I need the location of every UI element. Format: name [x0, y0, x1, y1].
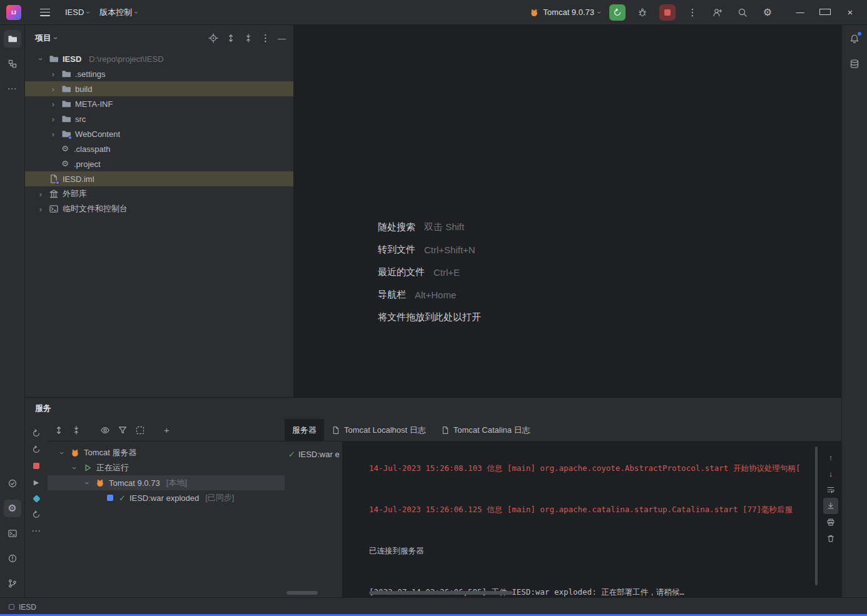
tree-item-build[interactable]: › build	[25, 81, 293, 96]
tree-item-scratches[interactable]: › 临时文件和控制台	[25, 201, 293, 216]
debug-deploy-button[interactable]	[28, 490, 44, 507]
deployment-item[interactable]: ✓ IESD:war e	[285, 447, 342, 462]
tool-terminal-button[interactable]	[4, 525, 21, 542]
code-with-me-button[interactable]	[709, 4, 726, 21]
project-tree: › IESD D:\repo\project\IESD › .settings …	[25, 51, 293, 216]
collapse-all-icon[interactable]	[243, 33, 253, 43]
scroll-up-button[interactable]: ↑	[823, 449, 838, 465]
service-item-running[interactable]: › 正在运行	[48, 460, 285, 475]
chevron-expanded-icon[interactable]: ›	[70, 463, 79, 472]
chevron-collapsed-icon[interactable]: ›	[49, 84, 58, 94]
services-tree: › Tomcat 服务器 › 正在运行 › Tomcat 9.0.73 [本地]	[48, 442, 285, 597]
tool-commit-button[interactable]	[4, 475, 21, 492]
services-panel-title[interactable]: 服务	[25, 398, 841, 419]
plus-icon[interactable]: +	[164, 425, 170, 435]
service-item-tomcat-9073[interactable]: › Tomcat 9.0.73 [本地]	[48, 475, 285, 490]
tool-project-button[interactable]	[4, 30, 21, 48]
tool-problems-button[interactable]	[4, 550, 21, 567]
console-output[interactable]: 14-Jul-2023 15:26:08.103 信息 [main] org.a…	[343, 442, 841, 597]
chevron-collapsed-icon[interactable]: ›	[49, 129, 58, 139]
service-item-tomcat-server[interactable]: › Tomcat 服务器	[48, 445, 285, 460]
deployments-pane: ✓ IESD:war e	[285, 442, 343, 597]
expand-all-icon[interactable]	[226, 33, 236, 43]
folder-icon	[61, 69, 71, 79]
hide-panel-icon[interactable]: —	[278, 34, 286, 43]
filter-icon[interactable]	[118, 425, 128, 435]
more-actions-button[interactable]: ⋮	[684, 4, 701, 21]
chevron-collapsed-icon[interactable]: ›	[36, 204, 45, 214]
tree-item-iesd-iml[interactable]: IESD.iml	[25, 171, 293, 186]
rerun-server-button[interactable]	[28, 442, 44, 458]
services-toolbar: +	[48, 419, 285, 442]
expand-all-icon[interactable]	[54, 425, 64, 435]
database-icon	[849, 59, 859, 69]
project-panel-title[interactable]: 项目 ›	[35, 33, 57, 44]
chevron-collapsed-icon[interactable]: ›	[49, 114, 58, 124]
module-widget-icon	[9, 604, 14, 610]
collapse-all-icon[interactable]	[71, 425, 81, 435]
tree-item-webcontent[interactable]: › WebContent	[25, 126, 293, 141]
tool-services-button[interactable]: ⚙	[4, 500, 21, 517]
close-button[interactable]: ×	[844, 7, 856, 18]
chevron-expanded-icon[interactable]: ›	[36, 54, 46, 63]
tool-git-button[interactable]	[4, 575, 21, 592]
clear-console-button[interactable]	[823, 530, 838, 547]
tool-database-button[interactable]	[846, 55, 863, 73]
project-selector[interactable]: IESD ›	[60, 4, 94, 20]
run-config-selector[interactable]: Tomcat 9.0.73 ›	[529, 8, 601, 18]
tree-item-settings[interactable]: › .settings	[25, 66, 293, 81]
console-lines: 14-Jul-2023 15:26:08.103 信息 [main] org.a…	[369, 442, 841, 597]
chevron-collapsed-icon[interactable]: ›	[36, 189, 45, 199]
stop-server-button[interactable]	[28, 458, 44, 474]
scroll-to-end-button[interactable]	[823, 498, 838, 514]
search-everywhere-button[interactable]	[734, 4, 751, 21]
settings-button[interactable]: ⚙	[759, 4, 776, 21]
tree-item-meta-inf[interactable]: › META-INF	[25, 96, 293, 111]
service-item-war-exploded[interactable]: ✓ IESD:war exploded [已同步]	[48, 490, 285, 505]
tab-tomcat-catalina-log[interactable]: Tomcat Catalina 日志	[434, 419, 538, 441]
debug-button[interactable]	[634, 4, 651, 21]
chevron-collapsed-icon[interactable]: ›	[49, 69, 58, 79]
stop-button[interactable]	[659, 4, 676, 21]
console-line: 14-Jul-2023 15:26:08.103 信息 [main] org.a…	[369, 462, 841, 475]
minimize-button[interactable]: —	[794, 8, 806, 17]
tree-item-iesd-root[interactable]: › IESD D:\repo\project\IESD	[25, 51, 293, 66]
panel-options-icon[interactable]: ⋮	[261, 33, 270, 44]
chevron-expanded-icon[interactable]: ›	[83, 478, 92, 487]
soft-wrap-button[interactable]	[823, 482, 838, 498]
notifications-button[interactable]	[846, 30, 863, 48]
tree-item-classpath[interactable]: ⚙ .classpath	[25, 141, 293, 156]
status-project-widget[interactable]: IESD	[9, 603, 36, 612]
tree-item-project-file[interactable]: ⚙ .project	[25, 156, 293, 171]
view-options-icon[interactable]	[100, 425, 110, 435]
add-service-icon[interactable]	[135, 425, 145, 435]
sync-button[interactable]	[28, 507, 44, 523]
hint-drop-files: 将文件拖放到此处以打开	[378, 306, 490, 328]
chevron-collapsed-icon[interactable]: ›	[49, 99, 58, 109]
more-options-button[interactable]: ⋯	[28, 523, 44, 539]
horizontal-scrollbar[interactable]	[286, 591, 318, 595]
locate-file-icon[interactable]	[208, 33, 218, 43]
tab-tomcat-localhost-log[interactable]: Tomcat Localhost 日志	[324, 419, 434, 441]
main-menu-button[interactable]	[40, 9, 50, 16]
notification-badge	[858, 32, 861, 36]
refresh-button[interactable]	[28, 425, 44, 442]
tab-server[interactable]: 服务器	[285, 419, 324, 441]
git-branch-icon	[8, 578, 18, 588]
chevron-expanded-icon[interactable]: ›	[58, 448, 67, 457]
vcs-selector[interactable]: 版本控制 ›	[94, 4, 143, 21]
tree-item-src[interactable]: › src	[25, 111, 293, 126]
rerun-button[interactable]	[609, 4, 626, 21]
print-button[interactable]	[823, 514, 838, 530]
tool-structure-button[interactable]	[4, 55, 21, 73]
scroll-down-button[interactable]: ↓	[823, 465, 838, 482]
maximize-button[interactable]	[819, 8, 831, 17]
vertical-scrollbar[interactable]	[815, 447, 818, 585]
tree-item-external-libraries[interactable]: › 外部库	[25, 186, 293, 201]
folder-icon	[8, 34, 18, 44]
deploy-button[interactable]: ▶	[28, 474, 44, 490]
hint-recent-files: 最近的文件 Ctrl+E	[378, 261, 490, 283]
console-line: 已连接到服务器	[369, 544, 841, 558]
horizontal-scrollbar[interactable]	[369, 591, 513, 595]
more-tool-windows-button[interactable]: ⋯	[4, 80, 21, 98]
